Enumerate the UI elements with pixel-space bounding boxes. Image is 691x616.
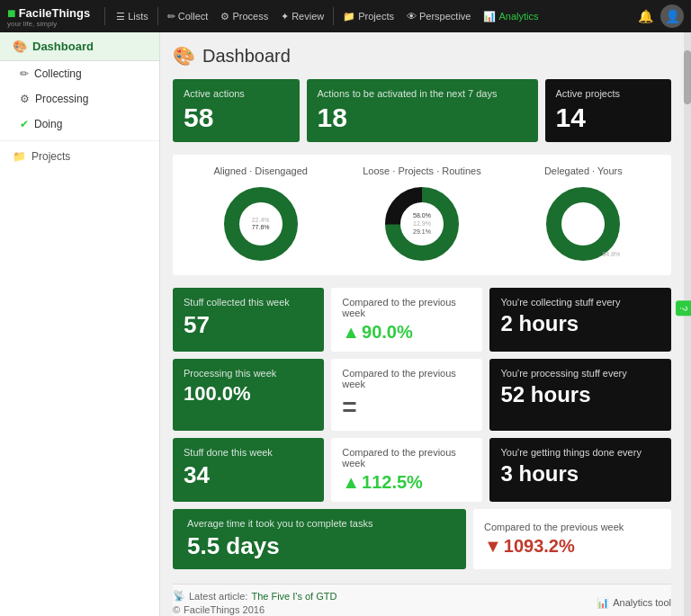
stat-active-actions-label: Active actions (184, 88, 289, 99)
nav-perspective[interactable]: 👁 Perspective (401, 11, 476, 22)
nav-divider (104, 7, 105, 25)
analytics-icon: 📊 (483, 11, 496, 22)
nav-collect-label: Collect (178, 11, 209, 22)
sidebar-item-projects[interactable]: 📁 Projects (0, 140, 159, 172)
sidebar-dashboard[interactable]: 🎨 Dashboard (0, 32, 159, 61)
metric-done-box: Stuff done this week 34 (173, 438, 324, 502)
collecting-label: Collecting (34, 67, 82, 80)
footer-analytics-label[interactable]: Analytics tool (613, 597, 671, 608)
metric-collecting-every-label: You're collecting stuff every (500, 297, 660, 308)
list-icon: ☰ (116, 11, 125, 22)
footer-article[interactable]: 📡 Latest article: The Five I's of GTD (173, 590, 337, 602)
metric-collected-box: Stuff collected this week 57 (173, 288, 324, 352)
average-value: 5.5 days (187, 532, 452, 560)
average-compare-value: ▼ 1093.2% (484, 536, 660, 557)
page-title-text: Dashboard (202, 46, 291, 67)
donut-delegated-chart: 94.8% (543, 183, 624, 264)
up-arrow-icon-1: ▲ (342, 322, 360, 343)
donut-aligned-chart: 22.4% 77.6% (220, 183, 301, 264)
footer-copyright: © FacileThings 2016 (173, 604, 337, 615)
brand: ■ FacileThings your life, simply (7, 5, 90, 28)
sidebar-dashboard-label: Dashboard (32, 40, 94, 53)
equal-sign: = (342, 393, 356, 422)
nav-process[interactable]: ⚙ Process (215, 11, 274, 22)
nav-divider3 (333, 7, 334, 25)
nav-perspective-label: Perspective (419, 11, 471, 22)
review-icon: ✦ (281, 11, 289, 22)
user-avatar[interactable]: 👤 (660, 4, 684, 28)
metric-collected-compare-value: ▲ 90.0% (342, 322, 471, 343)
scroll-thumb[interactable] (684, 50, 691, 104)
metric-row-2: Processing this week 100.0% Compared to … (173, 359, 671, 431)
stat-active-projects: Active projects 14 (545, 79, 672, 142)
main-content: 🎨 Dashboard Active actions 58 Actions to… (160, 32, 684, 616)
rss-icon: 📡 (173, 590, 185, 602)
metric-collected-value: 57 (184, 311, 313, 339)
metrics-section: Stuff collected this week 57 Compared to… (173, 288, 671, 569)
processing-icon: ⚙ (20, 93, 30, 105)
nav-analytics[interactable]: 📊 Analytics (478, 11, 543, 22)
metric-processing-compare-value: = (342, 393, 471, 422)
scrollbar[interactable] (684, 32, 691, 616)
copyright-icon: © (173, 604, 180, 615)
metric-processing-label: Processing this week (184, 368, 313, 379)
projects-icon: 📁 (343, 11, 355, 22)
nav-process-label: Process (232, 11, 268, 22)
process-icon: ⚙ (220, 11, 229, 22)
doing-icon: ✔ (20, 118, 29, 130)
sidebar-projects-icon: 📁 (13, 150, 26, 163)
footer-analytics-icon: 📊 (597, 597, 609, 609)
nav-collect[interactable]: ✏ Collect (162, 11, 214, 22)
sidebar-item-collecting[interactable]: ✏ Collecting (0, 61, 159, 86)
page-title: 🎨 Dashboard (173, 45, 671, 67)
footer-article-label: Latest article: (189, 591, 247, 602)
stat-active-projects-label: Active projects (556, 88, 661, 99)
footer-copyright-text: FacileThings 2016 (184, 604, 265, 615)
sidebar-item-doing[interactable]: ✔ Doing (0, 112, 159, 137)
nav-review[interactable]: ✦ Review (275, 11, 329, 22)
metric-collected-compare-box: Compared to the previous week ▲ 90.0% (331, 288, 482, 352)
nav-projects-label: Projects (358, 11, 394, 22)
sidebar-item-processing[interactable]: ⚙ Processing (0, 86, 159, 112)
metric-processing-every-value: 52 hours (500, 382, 660, 407)
donut-aligned: Aligned · Disengaged 22.4% 77.6% (184, 165, 337, 264)
down-arrow-icon: ▼ (484, 536, 502, 557)
donut-loose-title: Loose · Projects · Routines (363, 165, 480, 176)
dashboard-icon: 🎨 (13, 40, 27, 53)
perspective-icon: 👁 (407, 11, 417, 22)
nav-review-label: Review (292, 11, 324, 22)
metric-done-value: 34 (184, 461, 313, 489)
donut-delegated: Delegated · Yours 94.8% (507, 165, 660, 264)
up-arrow-icon-2: ▲ (342, 472, 360, 493)
nav-projects[interactable]: 📁 Projects (337, 11, 399, 22)
metric-collecting-every-value: 2 hours (500, 311, 660, 336)
footer-article-text[interactable]: The Five I's of GTD (251, 591, 337, 602)
nav-lists[interactable]: ☰ Lists (111, 11, 154, 22)
right-edge-button[interactable]: ? (676, 300, 691, 317)
stat-active-actions-value: 58 (184, 103, 289, 133)
footer-right[interactable]: 📊 Analytics tool (597, 597, 671, 609)
metric-processing-value: 100.0% (184, 382, 313, 406)
metric-done-every-box: You're getting things done every 3 hours (489, 438, 671, 502)
stat-actions-7days-label: Actions to be activated in the next 7 da… (318, 88, 527, 99)
top-stats-row: Active actions 58 Actions to be activate… (173, 79, 671, 142)
average-compare-box: Compared to the previous week ▼ 1093.2% (473, 509, 671, 569)
footer-left: 📡 Latest article: The Five I's of GTD © … (173, 590, 337, 615)
metric-processing-compare-box: Compared to the previous week = (331, 359, 482, 431)
nav-lists-label: Lists (128, 11, 148, 22)
collecting-icon: ✏ (20, 67, 29, 80)
stat-active-actions: Active actions 58 (173, 79, 300, 142)
sidebar: 🎨 Dashboard ✏ Collecting ⚙ Processing ✔ … (0, 32, 160, 616)
donut-loose-pct2: 12.9% (413, 219, 431, 228)
metric-done-every-value: 3 hours (500, 461, 660, 487)
average-compare-label: Compared to the previous week (484, 522, 660, 532)
donut-delegated-title: Delegated · Yours (544, 165, 623, 176)
nav-analytics-label: Analytics (498, 11, 538, 22)
donut-loose-pct1: 58.0% (413, 211, 431, 219)
notification-bell-icon[interactable]: 🔔 (638, 9, 653, 23)
metric-processing-every-label: You're processing stuff every (500, 368, 660, 379)
sidebar-projects-label: Projects (31, 150, 70, 163)
brand-tagline: your life, simply (7, 20, 90, 28)
footer: 📡 Latest article: The Five I's of GTD © … (173, 584, 671, 616)
nav-right: 🔔 👤 (638, 4, 684, 28)
